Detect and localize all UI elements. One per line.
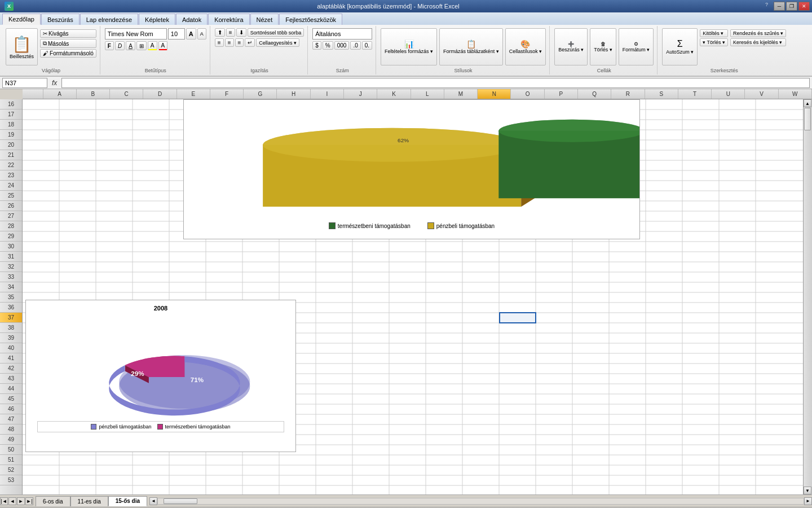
- col-f[interactable]: F: [210, 89, 244, 99]
- cut-button[interactable]: ✂ Kivágás: [40, 29, 96, 38]
- formula-input[interactable]: [61, 78, 810, 88]
- help-icon[interactable]: ?: [763, 2, 770, 11]
- col-v[interactable]: V: [745, 89, 778, 99]
- col-s[interactable]: S: [645, 89, 678, 99]
- font-name-box[interactable]: Times New Rom: [105, 28, 167, 40]
- decrease-font-button[interactable]: A: [197, 28, 206, 40]
- minimize-button[interactable]: ─: [774, 2, 785, 11]
- format-painter-button[interactable]: 🖌 Formátummásoló: [40, 49, 96, 58]
- tab-adatok[interactable]: Adatok: [176, 14, 208, 25]
- cell-styles-button[interactable]: 🎨 Cellastílusok ▾: [505, 28, 546, 65]
- currency-button[interactable]: $: [312, 41, 321, 50]
- row-49[interactable]: 49: [0, 435, 22, 445]
- sheet-tab-11[interactable]: 11-es dia: [70, 496, 108, 506]
- row-27[interactable]: 27: [0, 211, 22, 221]
- scroll-down-button[interactable]: ▼: [804, 487, 811, 494]
- align-top-button[interactable]: ⬆: [215, 28, 225, 37]
- col-h[interactable]: H: [277, 89, 310, 99]
- row-17[interactable]: 17: [0, 110, 22, 120]
- col-c[interactable]: C: [110, 89, 143, 99]
- row-28[interactable]: 28: [0, 221, 22, 231]
- sheet-nav-prev[interactable]: ◄: [8, 497, 16, 505]
- row-25[interactable]: 25: [0, 191, 22, 201]
- row-24[interactable]: 24: [0, 181, 22, 191]
- row-44[interactable]: 44: [0, 384, 22, 394]
- tab-kezdolap[interactable]: Kezdőlap: [2, 14, 41, 25]
- delete-button[interactable]: 🗑 Törlés ▾: [590, 28, 616, 65]
- paste-button[interactable]: 📋 Beillesztés: [6, 28, 38, 65]
- tab-kepleletek[interactable]: Képletek: [139, 14, 175, 25]
- increase-font-button[interactable]: A: [186, 28, 196, 40]
- row-31[interactable]: 31: [0, 252, 22, 262]
- row-26[interactable]: 26: [0, 201, 22, 211]
- row-30[interactable]: 30: [0, 242, 22, 252]
- align-middle-button[interactable]: ≡: [226, 28, 235, 37]
- font-size-box[interactable]: 10: [168, 28, 185, 40]
- col-a[interactable]: A: [43, 89, 77, 99]
- row-42[interactable]: 42: [0, 364, 22, 374]
- increase-decimal-button[interactable]: .0: [350, 41, 360, 50]
- fill-color-button[interactable]: A: [148, 41, 157, 50]
- row-20[interactable]: 20: [0, 140, 22, 150]
- tab-fejleszto[interactable]: Fejlesztőeszközök: [279, 14, 342, 25]
- bold-button[interactable]: F: [105, 41, 114, 50]
- close-button[interactable]: ✕: [798, 2, 810, 11]
- row-50[interactable]: 50: [0, 445, 22, 455]
- underline-button[interactable]: A: [126, 41, 135, 50]
- align-right-button[interactable]: ≡: [235, 38, 244, 47]
- sheet-nav-next[interactable]: ►: [17, 497, 25, 505]
- row-21[interactable]: 21: [0, 150, 22, 160]
- row-43[interactable]: 43: [0, 374, 22, 384]
- row-37[interactable]: 37: [0, 313, 22, 323]
- sheet-tab-6[interactable]: 6-os dia: [36, 496, 70, 506]
- clear-button[interactable]: ▾ Törlés ▾: [700, 38, 728, 46]
- restore-button[interactable]: ❐: [786, 2, 797, 11]
- col-p[interactable]: P: [545, 89, 578, 99]
- row-52[interactable]: 52: [0, 465, 22, 475]
- row-36[interactable]: 36: [0, 303, 22, 313]
- row-51[interactable]: 51: [0, 455, 22, 465]
- decrease-decimal-button[interactable]: 0.: [362, 41, 372, 50]
- tab-nezet[interactable]: Nézet: [250, 14, 279, 25]
- row-39[interactable]: 39: [0, 333, 22, 343]
- col-k[interactable]: K: [377, 89, 411, 99]
- row-40[interactable]: 40: [0, 343, 22, 353]
- conditional-formatting-button[interactable]: 📊 Feltételes formázás ▾: [381, 28, 437, 65]
- row-33[interactable]: 33: [0, 272, 22, 282]
- font-color-button[interactable]: A: [158, 41, 168, 50]
- autosum-button[interactable]: Σ AutoSzum ▾: [662, 28, 698, 65]
- row-45[interactable]: 45: [0, 394, 22, 404]
- col-g[interactable]: G: [244, 89, 277, 99]
- align-bottom-button[interactable]: ⬇: [236, 28, 246, 37]
- row-16[interactable]: 16: [0, 99, 22, 110]
- col-l[interactable]: L: [411, 89, 444, 99]
- row-23[interactable]: 23: [0, 170, 22, 181]
- number-format-box[interactable]: Általános: [312, 28, 372, 40]
- scroll-thumb[interactable]: [804, 108, 811, 130]
- copy-button[interactable]: ⧉ Másolás: [40, 39, 96, 48]
- row-53[interactable]: 53: [0, 475, 22, 485]
- col-e[interactable]: E: [177, 89, 210, 99]
- insert-button[interactable]: ➕ Beszúrás ▾: [554, 28, 588, 65]
- indent-button[interactable]: ↵: [245, 38, 255, 47]
- col-o[interactable]: O: [511, 89, 544, 99]
- col-m[interactable]: M: [444, 89, 478, 99]
- col-q[interactable]: Q: [578, 89, 611, 99]
- hscroll-thumb[interactable]: [164, 498, 197, 504]
- col-i[interactable]: I: [311, 89, 344, 99]
- row-38[interactable]: 38: [0, 323, 22, 333]
- grid-area[interactable]: 62% természetbeni támogatásban pénzbeli …: [23, 99, 803, 494]
- cell-reference-box[interactable]: N37: [2, 78, 47, 88]
- thousands-button[interactable]: 000: [334, 41, 350, 50]
- col-u[interactable]: U: [712, 89, 745, 99]
- row-46[interactable]: 46: [0, 404, 22, 414]
- row-18[interactable]: 18: [0, 120, 22, 130]
- sheet-nav-first[interactable]: |◄: [0, 497, 8, 505]
- tab-beszuras[interactable]: Beszúrás: [41, 14, 80, 25]
- col-j[interactable]: J: [344, 89, 377, 99]
- row-35[interactable]: 35: [0, 292, 22, 303]
- row-22[interactable]: 22: [0, 160, 22, 170]
- row-32[interactable]: 32: [0, 262, 22, 272]
- scroll-up-button[interactable]: ▲: [804, 99, 811, 107]
- find-select-button[interactable]: Keresés és kijelölés ▾: [730, 38, 786, 46]
